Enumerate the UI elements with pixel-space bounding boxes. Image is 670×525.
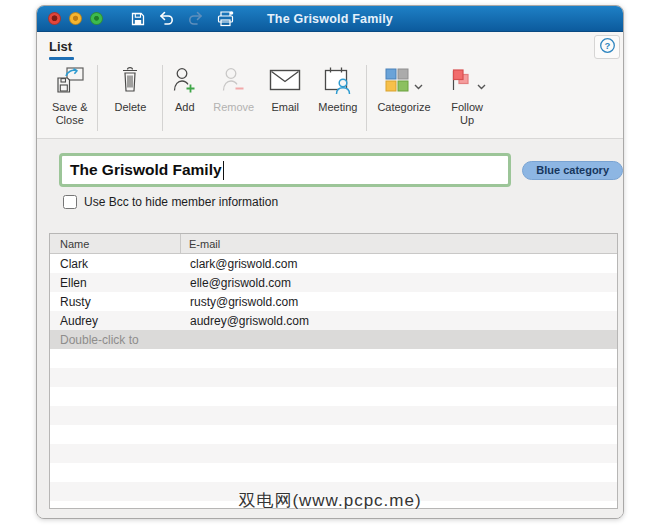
print-icon[interactable] [216, 10, 235, 27]
delete-button[interactable]: Delete [98, 63, 162, 114]
member-rows: Clark clark@griswold.com Ellen elle@gris… [50, 254, 617, 330]
text-caret [223, 161, 225, 180]
empty-rows [50, 349, 617, 509]
empty-row [50, 368, 617, 387]
titlebar: The Griswold Family [37, 6, 623, 32]
bcc-checkbox-label: Use Bcc to hide member information [84, 195, 278, 209]
minimize-window-button[interactable] [69, 12, 82, 25]
chevron-down-icon [414, 76, 423, 94]
svg-text:?: ? [604, 40, 610, 51]
help-button[interactable]: ? [594, 35, 620, 59]
flag-icon [449, 67, 473, 97]
tab-active-underline [49, 57, 74, 60]
help-icon: ? [599, 37, 616, 58]
member-row[interactable]: Audrey audrey@griswold.com [50, 311, 617, 330]
categorize-icon [384, 67, 410, 97]
button-label: Add [175, 101, 195, 114]
email-button[interactable]: Email [261, 63, 309, 114]
button-label: Delete [114, 101, 146, 114]
envelope-icon [269, 69, 301, 95]
member-name-cell: Rusty [50, 295, 182, 309]
categorize-button[interactable]: Categorize [367, 63, 440, 114]
table-header: Name E-mail [50, 234, 617, 254]
list-name-value: The Griswold Family [70, 161, 222, 179]
button-label: Remove [213, 101, 254, 114]
empty-row [50, 482, 617, 501]
member-name-cell: Ellen [50, 276, 182, 290]
member-email-cell: audrey@griswold.com [182, 314, 617, 328]
column-header-name[interactable]: Name [50, 234, 181, 253]
button-label: Follow [451, 101, 483, 114]
button-label: Email [271, 101, 299, 114]
redo-icon[interactable] [187, 11, 204, 26]
window-title: The Griswold Family [37, 12, 623, 26]
person-add-icon [172, 66, 197, 99]
member-email-cell: clark@griswold.com [182, 257, 617, 271]
member-name-cell: Clark [50, 257, 182, 271]
add-member-placeholder-row[interactable]: Double-click to [50, 330, 617, 349]
member-name-cell: Audrey [50, 314, 182, 328]
close-window-button[interactable] [48, 12, 61, 25]
members-table: Name E-mail Clark clark@griswold.com Ell… [49, 233, 618, 509]
button-label: Categorize [377, 101, 430, 114]
tab-list[interactable]: List [49, 39, 72, 54]
traffic-lights [48, 12, 103, 25]
add-member-button[interactable]: Add [163, 63, 206, 114]
button-label: Up [451, 114, 483, 127]
member-row[interactable]: Ellen elle@griswold.com [50, 273, 617, 292]
member-row[interactable]: Rusty rusty@griswold.com [50, 292, 617, 311]
ribbon: List ? Save &Close Delete [37, 32, 623, 139]
list-name-input[interactable]: The Griswold Family [59, 153, 511, 187]
trash-icon [118, 65, 142, 99]
empty-row [50, 425, 617, 444]
content-area: The Griswold Family Blue category Use Bc… [37, 139, 623, 519]
undo-icon[interactable] [158, 11, 175, 26]
bcc-checkbox[interactable] [63, 195, 77, 209]
remove-member-button: Remove [206, 63, 261, 114]
empty-row [50, 501, 617, 509]
empty-row [50, 463, 617, 482]
button-label: Meeting [318, 101, 357, 114]
button-label: Save & [52, 101, 87, 114]
member-row[interactable]: Clark clark@griswold.com [50, 254, 617, 273]
calendar-person-icon [323, 66, 352, 99]
category-badge[interactable]: Blue category [522, 161, 623, 180]
save-close-icon [54, 65, 86, 99]
member-email-cell: elle@griswold.com [182, 276, 617, 290]
follow-up-button[interactable]: FollowUp [441, 63, 494, 127]
zoom-window-button[interactable] [90, 12, 103, 25]
empty-row [50, 387, 617, 406]
empty-row [50, 349, 617, 368]
person-remove-icon [221, 66, 246, 99]
save-icon[interactable] [130, 11, 146, 27]
outlook-list-window: The Griswold Family List ? Save &Close [36, 5, 624, 519]
empty-row [50, 406, 617, 425]
empty-row [50, 444, 617, 463]
toolbar: Save &Close Delete Add Remov [42, 63, 494, 131]
column-header-email[interactable]: E-mail [181, 234, 617, 253]
meeting-button[interactable]: Meeting [309, 63, 366, 114]
save-close-button[interactable]: Save &Close [42, 63, 97, 127]
button-label: Close [52, 114, 87, 127]
chevron-down-icon [477, 76, 486, 94]
member-email-cell: rusty@griswold.com [182, 295, 617, 309]
